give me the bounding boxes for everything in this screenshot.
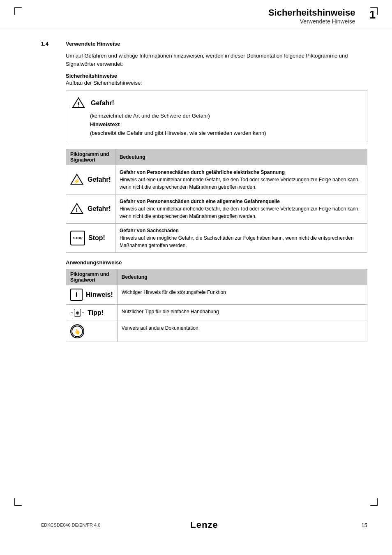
corner-mark-bl [14,498,22,506]
table-row: - ⊕ - Tipp! Nützlicher Tipp für die einf… [66,305,367,321]
table-header-row: Piktogramm und Signalwort Bedeutung [66,149,367,165]
subsection-subtitle: Aufbau der Sicherheitshinweise: [66,80,367,86]
safety-table: Piktogramm und Signalwort Bedeutung [66,149,367,253]
meaning-text-2: Hinweis auf eine unmittelbar drohende Ge… [120,206,360,219]
icon-cell-inner-2: ! Gefahr! [70,202,111,216]
col-header-piktogramm: Piktogramm und Signalwort [66,149,115,165]
page-footer: EDKCSDE040 DE/EN/FR 4.0 Lenze 15 [0,520,392,530]
subsection-title: Sicherheitshinweise [66,73,367,79]
meaning-cell-tipp: Nützlicher Tipp für die einfache Handhab… [117,305,367,321]
icon-cell-hinweis: i Hinweis! [66,285,118,305]
header-subtitle: Verwendete Hinweise [268,18,355,25]
corner-mark-tl [14,7,22,15]
warning-triangle-icon: ! [72,96,86,110]
table-row: STOP Stop! Gefahr von Sachschäden Hinwei… [66,224,367,253]
meaning-bold-2: Gefahr von Personenschäden durch eine al… [120,199,280,204]
meaning-bold-3: Gefahr von Sachschäden [120,228,179,234]
icon-cell-doc: 👆 [66,321,118,342]
meaning-cell-3: Gefahr von Sachschäden Hinweis auf eine … [115,224,367,253]
section-number: 1.4 [41,41,58,47]
icon-cell-inner-tipp: - ⊕ - Tipp! [70,308,113,317]
table-row: ⚡ Gefahr! Gefahr von Personenschäden dur… [66,165,367,194]
page: Sicherheitshinweise Verwendete Hinweise … [0,0,392,555]
icon-cell-2: ! Gefahr! [66,194,115,224]
meaning-text-tipp: Nützlicher Tipp für die einfache Handhab… [122,309,219,314]
icon-cell-tipp: - ⊕ - Tipp! [66,305,118,321]
meaning-text-1: Hinweis auf eine unmittelbar drohende Ge… [120,177,360,190]
meaning-text-3: Hinweis auf eine mögliche Gefahr, die Sa… [120,235,354,248]
section-body: Um auf Gefahren und wichtige Information… [66,52,367,342]
intro-text: Um auf Gefahren und wichtige Information… [66,52,367,68]
svg-text:!: ! [76,207,78,213]
meaning-cell-1: Gefahr von Personenschäden durch gefährl… [115,165,367,194]
icon-cell-inner-1: ⚡ Gefahr! [70,173,111,187]
footer-right: 15 [258,522,367,528]
table-row: 👆 Verweis auf andere Dokumentation [66,321,367,342]
table-row: i Hinweis! Wichtiger Hinweis für die stö… [66,285,367,305]
anwendung-col1: Piktogramm und Signalwort [66,269,118,285]
corner-mark-tr [370,7,378,15]
icon-cell-inner-3: STOP Stop! [70,231,111,245]
warning-box: ! Gefahr! (kennzeichnet die Art und die … [66,90,367,142]
meaning-bold-1: Gefahr von Personenschäden durch gefährl… [120,169,285,175]
warning-line1: (kennzeichnet die Art und die Schwere de… [90,113,360,119]
icon-cell-1: ⚡ Gefahr! [66,165,115,194]
doc-icon: 👆 [70,324,84,338]
anwendung-col2: Bedeutung [117,269,367,285]
meaning-text-hinweis: Wichtiger Hinweis für die störungsfreie … [122,289,226,295]
svg-text:👆: 👆 [74,328,81,335]
stop-icon: STOP [70,231,85,245]
warning-line2: (beschreibt die Gefahr und gibt Hinweise… [90,130,360,136]
icon-cell-3: STOP Stop! [66,224,115,253]
general-warning-icon: ! [70,202,84,216]
svg-text:⚡: ⚡ [74,178,80,185]
section-title: Verwendete Hinweise [66,41,120,47]
meaning-cell-hinweis: Wichtiger Hinweis für die störungsfreie … [117,285,367,305]
electric-warning-icon: ⚡ [70,173,84,187]
warning-hinweistext: Hinweistext [90,121,360,127]
anwendung-table: Piktogramm und Signalwort Bedeutung i Hi… [66,269,367,342]
header-right: Sicherheitshinweise Verwendete Hinweise … [268,7,376,25]
header-title-block: Sicherheitshinweise Verwendete Hinweise [268,7,355,25]
footer-center: Lenze [150,520,259,530]
signal-word-hinweis: Hinweis! [86,291,113,298]
section-header: 1.4 Verwendete Hinweise [41,41,367,47]
info-icon: i [70,289,83,301]
anwendung-header-row: Piktogramm und Signalwort Bedeutung [66,269,367,285]
signal-word-tipp: Tipp! [88,309,104,317]
content-area: 1.4 Verwendete Hinweise Um auf Gefahren … [0,29,392,357]
page-header: Sicherheitshinweise Verwendete Hinweise … [0,0,392,29]
svg-text:!: ! [78,101,80,108]
header-title: Sicherheitshinweise [268,7,355,18]
signal-word-1: Gefahr! [88,176,111,183]
corner-mark-br [370,498,378,506]
icon-cell-inner-doc: 👆 [70,324,113,338]
col-header-bedeutung: Bedeutung [115,149,367,165]
signal-word-3: Stop! [88,234,105,242]
meaning-cell-2: Gefahr von Personenschäden durch eine al… [115,194,367,224]
warning-title: Gefahr! [91,99,114,107]
icon-cell-inner-hinweis: i Hinweis! [70,289,113,301]
table-row: ! Gefahr! Gefahr von Personenschäden dur… [66,194,367,224]
meaning-cell-doc: Verweis auf andere Dokumentation [117,321,367,342]
warning-header-row: ! Gefahr! [72,96,360,110]
meaning-text-doc: Verweis auf andere Dokumentation [122,325,198,331]
signal-word-2: Gefahr! [88,205,111,213]
anwendung-title: Anwendungshinweise [66,259,367,266]
footer-left: EDKCSDE040 DE/EN/FR 4.0 [41,523,150,527]
tip-icon: - ⊕ - [70,308,84,317]
